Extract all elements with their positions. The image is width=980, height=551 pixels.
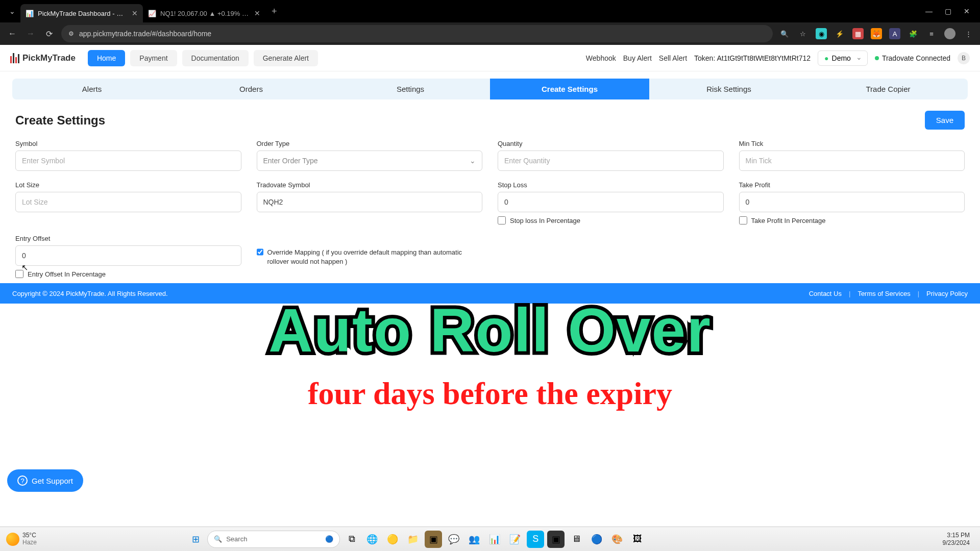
app-icon[interactable]: 🎨 [608, 531, 626, 548]
browser-titlebar: ⌄ 📊 PickMyTrade Dashboard - Man ✕ 📈 NQ1!… [0, 0, 980, 22]
extension-icon[interactable]: ◉ [816, 28, 827, 39]
field-order-type: Order Type Enter Order Type ⌄ [257, 140, 483, 171]
reading-list-icon[interactable]: ≡ [926, 28, 937, 39]
weather-widget[interactable]: 35°C Haze [6, 532, 37, 545]
extension-icon[interactable]: ⚡ [834, 28, 845, 39]
extension-icon[interactable]: 🦊 [871, 28, 882, 39]
label-min-tick: Min Tick [739, 140, 965, 147]
tab-risk-settings[interactable]: Risk Settings [649, 79, 808, 99]
tab-orders[interactable]: Orders [172, 79, 331, 99]
symbol-input[interactable] [15, 151, 241, 171]
site-info-icon[interactable]: ⚙ [68, 30, 74, 37]
min-tick-input[interactable] [739, 151, 965, 171]
system-clock[interactable]: 3:15 PM 9/23/2024 [943, 532, 974, 546]
save-button[interactable]: Save [925, 111, 965, 130]
minimize-icon[interactable]: — [925, 7, 933, 15]
nav-generate-alert[interactable]: Generate Alert [254, 50, 318, 66]
order-type-select[interactable]: Enter Order Type ⌄ [257, 151, 483, 171]
nav-documentation[interactable]: Documentation [182, 50, 249, 66]
stop-loss-percent-checkbox[interactable] [498, 216, 506, 224]
quantity-input[interactable] [498, 151, 724, 171]
field-lot-size: Lot Size [15, 181, 241, 212]
tab-create-settings[interactable]: Create Settings [490, 79, 649, 99]
app-icon[interactable]: 📝 [506, 531, 524, 548]
bookmark-icon[interactable]: ☆ [797, 28, 808, 39]
profile-avatar[interactable] [944, 28, 955, 39]
stop-loss-percent-label: Stop loss In Percentage [510, 217, 580, 224]
privacy-link[interactable]: Privacy Policy [926, 290, 968, 297]
favicon-icon: 📊 [26, 9, 34, 17]
forward-icon[interactable]: → [24, 29, 37, 38]
close-icon[interactable]: ✕ [132, 9, 138, 17]
entry-offset-input[interactable] [15, 245, 241, 266]
connection-status: Tradovate Connected [875, 54, 950, 62]
back-icon[interactable]: ← [6, 29, 18, 38]
stop-loss-input[interactable] [498, 192, 724, 212]
extension-icon[interactable]: ▦ [852, 28, 864, 39]
close-window-icon[interactable]: ✕ [964, 7, 970, 15]
nav-home[interactable]: Home [88, 50, 125, 66]
app-icon[interactable]: 👥 [465, 531, 483, 548]
app-icon[interactable]: 🖼 [629, 531, 646, 548]
app-icon[interactable]: 💬 [445, 531, 462, 548]
tab-alerts[interactable]: Alerts [12, 79, 172, 99]
extension-icon[interactable]: A [889, 28, 900, 39]
label-take-profit: Take Profit [739, 181, 965, 189]
app-icon[interactable]: 📁 [404, 531, 422, 548]
brand-logo[interactable]: PickMyTrade [10, 53, 76, 63]
label-tradovate-symbol: Tradovate Symbol [257, 181, 483, 189]
maximize-icon[interactable]: ▢ [945, 7, 951, 15]
tradovate-symbol-input[interactable] [257, 192, 483, 212]
reload-icon[interactable]: ⟳ [43, 29, 55, 39]
chevron-down-icon: ⌄ [470, 157, 476, 165]
toolbar-actions: 🔍 ☆ ◉ ⚡ ▦ 🦊 A 🧩 ≡ ⋮ [779, 28, 974, 39]
tab-trade-copier[interactable]: Trade Copier [808, 79, 968, 99]
page-title-row: Create Settings Save [0, 99, 980, 135]
app-icon[interactable]: ▣ [547, 531, 565, 548]
get-support-button[interactable]: ? Get Support [7, 469, 83, 492]
zoom-icon[interactable]: 🔍 [779, 28, 790, 39]
entry-offset-percent-checkbox[interactable] [15, 270, 23, 278]
address-bar[interactable]: ⚙ app.pickmytrade.trade/#/dashboard/home [61, 25, 773, 42]
menu-icon[interactable]: ⋮ [963, 28, 974, 39]
buy-alert-link[interactable]: Buy Alert [623, 54, 652, 62]
new-tab-button[interactable]: + [265, 6, 283, 17]
lot-size-input[interactable] [15, 192, 241, 212]
webhook-link[interactable]: Webhook [586, 54, 616, 62]
start-icon[interactable]: ⊞ [187, 531, 204, 548]
take-profit-input[interactable] [739, 192, 965, 212]
browser-tab-active[interactable]: 📊 PickMyTrade Dashboard - Man ✕ [20, 4, 143, 22]
tabs-dropdown-icon[interactable]: ⌄ [4, 7, 20, 15]
sell-alert-link[interactable]: Sell Alert [659, 54, 687, 62]
contact-link[interactable]: Contact Us [809, 290, 842, 297]
condition: Haze [22, 539, 37, 546]
app-icon[interactable]: 🟡 [384, 531, 401, 548]
app-icon[interactable]: 🖥 [568, 531, 585, 548]
nav-payment[interactable]: Payment [130, 50, 177, 66]
user-avatar[interactable]: B [958, 52, 970, 64]
brand-name: PickMyTrade [22, 53, 76, 63]
status-dot-icon [875, 56, 879, 60]
extensions-menu-icon[interactable]: 🧩 [908, 28, 919, 39]
taskbar-center: ⊞ 🔍 Search 🔵 ⧉ 🌐 🟡 📁 ▣ 💬 👥 📊 📝 S ▣ 🖥 🔵 🎨… [187, 531, 646, 548]
override-mapping-checkbox[interactable] [257, 248, 263, 256]
close-icon[interactable]: ✕ [254, 9, 260, 17]
terms-link[interactable]: Terms of Services [857, 290, 910, 297]
app-icon[interactable]: 📊 [486, 531, 503, 548]
taskbar-search[interactable]: 🔍 Search 🔵 [207, 531, 340, 548]
app-icon[interactable]: ▣ [425, 531, 442, 548]
header-right: Webhook Buy Alert Sell Alert Token: At1t… [586, 51, 970, 66]
field-entry-offset: Entry Offset Entry Offset In Percentage [15, 235, 241, 278]
browser-tab[interactable]: 📈 NQ1! 20,067.00 ▲ +0.19% Unn ✕ [143, 4, 265, 22]
entry-offset-percent-label: Entry Offset In Percentage [28, 270, 106, 278]
take-profit-percent-checkbox[interactable] [739, 216, 747, 224]
label-stop-loss: Stop Loss [498, 181, 724, 189]
task-view-icon[interactable]: ⧉ [343, 531, 360, 548]
app-icon[interactable]: 🌐 [363, 531, 381, 548]
browser-toolbar: ← → ⟳ ⚙ app.pickmytrade.trade/#/dashboar… [0, 22, 980, 45]
account-select[interactable]: ●Demo [818, 51, 868, 66]
app-icon[interactable]: S [527, 531, 544, 548]
tab-settings[interactable]: Settings [331, 79, 490, 99]
app-icon[interactable]: 🔵 [588, 531, 605, 548]
section-tabs: Alerts Orders Settings Create Settings R… [12, 79, 968, 99]
